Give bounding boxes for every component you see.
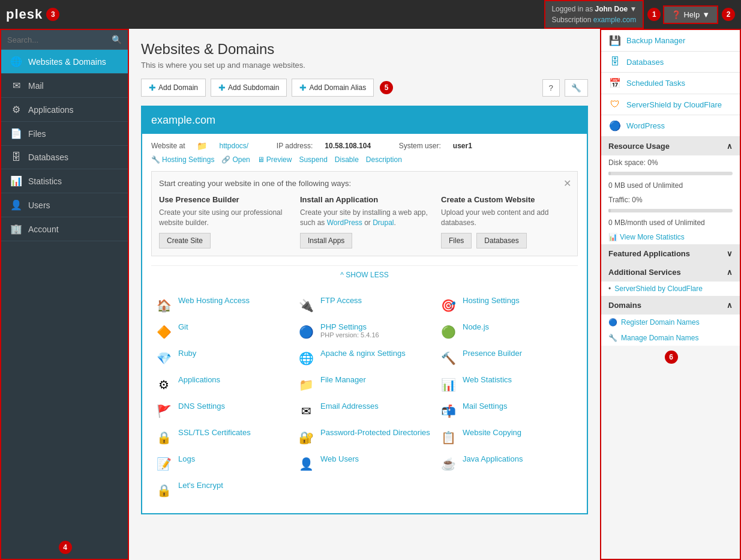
grid-item-presence-builder[interactable]: 🔨 Presence Builder [439,349,575,368]
sidebar-item-applications[interactable]: ⚙ Applications [1,98,128,122]
httpdocs-link[interactable]: httpdocs/ [219,142,248,150]
resource-usage-content: Disk space: 0% 0 MB used of Unlimited Tr… [601,155,740,244]
sidebar-item-mail[interactable]: ✉ Mail [1,74,128,98]
grid-item-email-addresses[interactable]: ✉ Email Addresses [296,402,433,421]
qs-desc-custom: Upload your web content and add database… [441,208,570,228]
additional-services-header[interactable]: Additional Services ∧ [601,263,740,282]
folder-icon: 📁 [197,141,207,151]
suspend-link[interactable]: Suspend [299,155,327,164]
grid-item-web-users[interactable]: 👤 Web Users [296,454,433,474]
php-settings-label: PHP Settings [320,322,379,331]
view-more-statistics-link[interactable]: 📊 View More Statistics [601,230,740,244]
grid-item-dns-settings[interactable]: 🚩 DNS Settings [154,402,290,421]
ftp-access-icon: 🔌 [296,296,316,315]
subscription-value: example.com [593,16,636,24]
quick-start-close[interactable]: ✕ [563,178,571,189]
search-input[interactable] [7,35,112,44]
web-hosting-access-label: Web Hosting Access [178,296,250,305]
preview-link[interactable]: 🖥 Preview [257,155,292,164]
create-site-button[interactable]: Create Site [159,233,211,248]
mail-settings-label: Mail Settings [463,402,507,411]
view-more-label: View More Statistics [620,233,685,241]
sidebar-item-users[interactable]: 👤 Users [1,193,128,217]
grid-item-nodejs[interactable]: 🟢 Node.js [439,322,575,342]
wordpress-link[interactable]: WordPress [327,218,362,227]
install-apps-button[interactable]: Install Apps [300,233,352,248]
servershield-cf-link[interactable]: 🛡 ServerShield by CloudFlare [601,94,740,115]
servershield-as-link[interactable]: ServerShield by CloudFlare [614,285,703,293]
user-info-box[interactable]: Logged in as John Doe ▼ Subscription exa… [544,0,644,29]
nodejs-icon: 🟢 [439,322,458,342]
website-copying-label: Website Copying [463,428,521,437]
hosting-settings-link[interactable]: 🔧 Hosting Settings [151,155,214,164]
sidebar-item-statistics[interactable]: 📊 Statistics [1,169,128,193]
grid-item-web-hosting-access[interactable]: 🏠 Web Hosting Access [154,296,290,315]
manage-domain-link[interactable]: 🔧 Manage Domain Names [601,330,740,346]
add-subdomain-button[interactable]: ✚ Add Subdomain [211,79,287,97]
wordpress-link[interactable]: 🔵 WordPress [601,115,740,137]
files-button[interactable]: Files [441,233,472,248]
manage-domain-label[interactable]: Manage Domain Names [621,334,698,342]
resource-usage-chevron: ∧ [727,142,733,151]
register-domain-link[interactable]: 🔵 Register Domain Names [601,315,740,330]
grid-item-java-applications[interactable]: ☕ Java Applications [439,454,575,474]
password-protected-label: Password-Protected Directories [320,428,430,437]
grid-item-git[interactable]: 🔶 Git [154,322,290,342]
sidebar-item-databases[interactable]: 🗄 Databases [1,146,128,169]
file-manager-label: File Manager [320,375,366,384]
grid-item-apache-nginx[interactable]: 🌐 Apache & nginx Settings [296,349,433,368]
grid-item-php-settings[interactable]: 🔵 PHP Settings PHP version: 5.4.16 [296,322,433,342]
drupal-link[interactable]: Drupal [373,218,394,227]
description-link[interactable]: Description [366,155,402,164]
php-icon: 🔵 [296,322,316,342]
sidebar-item-files[interactable]: 📄 Files [1,122,128,146]
disk-space-label: Disk space: 0% [601,155,740,170]
grid-item-password-protected[interactable]: 🔐 Password-Protected Directories [296,428,433,447]
register-domain-icon: 🔵 [608,318,617,327]
logs-icon: 📝 [154,454,173,474]
grid-item-hosting-settings[interactable]: 🎯 Hosting Settings [439,296,575,315]
scheduled-tasks-link[interactable]: 📅 Scheduled Tasks [601,73,740,94]
databases-button[interactable]: Databases [476,233,526,248]
grid-item-file-manager[interactable]: 📁 File Manager [296,375,433,394]
grid-item-ftp-access[interactable]: 🔌 FTP Access [296,296,433,315]
settings-toolbar-button[interactable]: 🔧 [565,79,588,97]
grid-item-ssl-tls[interactable]: 🔒 SSL/TLS Certificates [154,428,290,447]
backup-manager-icon: 💾 [608,35,622,46]
show-less[interactable]: ^ SHOW LESS [151,265,578,284]
dns-settings-icon: 🚩 [154,402,173,421]
grid-item-website-copying[interactable]: 📋 Website Copying [439,428,575,447]
featured-applications-header[interactable]: Featured Applications ∨ [601,244,740,263]
register-domain-label[interactable]: Register Domain Names [621,318,700,327]
sidebar-item-websites[interactable]: 🌐 Websites & Domains [1,50,128,74]
domains-content: 🔵 Register Domain Names 🔧 Manage Domain … [601,315,740,346]
qs-col-custom: Create a Custom Website Upload your web … [441,195,570,248]
add-domain-button[interactable]: ✚ Add Domain [141,79,206,97]
servershield-as-item[interactable]: ServerShield by CloudFlare [601,282,740,296]
add-subdomain-icon: ✚ [218,83,226,92]
apache-nginx-label: Apache & nginx Settings [320,349,406,358]
domains-header[interactable]: Domains ∧ [601,296,740,315]
grid-item-web-statistics[interactable]: 📊 Web Statistics [439,375,575,394]
databases-rp-link[interactable]: 🗄 Databases [601,52,740,73]
annotation-2: 2 [722,8,735,21]
php-version: PHP version: 5.4.16 [320,331,379,339]
resource-usage-header[interactable]: Resource Usage ∧ [601,137,740,155]
backup-manager-link[interactable]: 💾 Backup Manager [601,30,740,52]
grid-item-mail-settings[interactable]: 📬 Mail Settings [439,402,575,421]
domains-title: Domains [608,301,641,310]
disable-link[interactable]: Disable [335,155,359,164]
grid-item-lets-encrypt[interactable]: 🔒 Let's Encrypt [154,481,290,500]
right-panel: 💾 Backup Manager 🗄 Databases 📅 Scheduled… [600,29,741,560]
help-button[interactable]: ❓ Help ▼ [663,5,718,24]
ip-value: 10.58.108.104 [325,142,371,150]
grid-item-ruby[interactable]: 💎 Ruby [154,349,290,368]
grid-item-applications[interactable]: ⚙ Applications [154,375,290,394]
sidebar-item-account[interactable]: 🏢 Account [1,217,128,241]
add-domain-alias-button[interactable]: ✚ Add Domain Alias [292,79,374,97]
grid-item-logs[interactable]: 📝 Logs [154,454,290,474]
features-grid: 🏠 Web Hosting Access 🔌 FTP Access 🎯 [151,290,578,506]
help-toolbar-button[interactable]: ? [542,79,560,97]
open-link[interactable]: 🔗 Open [221,155,250,164]
hosting-settings-icon: 🎯 [439,296,458,315]
